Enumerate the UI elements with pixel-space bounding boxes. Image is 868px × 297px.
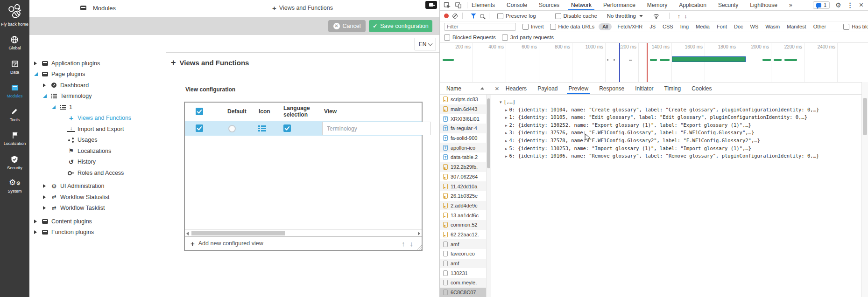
tab-lighthouse[interactable]: Lighthouse <box>750 0 777 10</box>
disclosure-triangle-icon[interactable]: ▸ <box>505 123 508 128</box>
tab-elements[interactable]: Elements <box>472 0 495 10</box>
sidebar-item-global[interactable]: Global <box>8 35 21 51</box>
tree-expand-arrow[interactable] <box>34 230 41 234</box>
checkbox-icon[interactable] <box>497 13 503 19</box>
scroll-left-arrow-icon[interactable] <box>186 232 189 235</box>
tree-expand-arrow[interactable] <box>34 220 41 223</box>
third-party-requests-checkbox[interactable]: 3rd-party requests <box>502 35 554 41</box>
disclosure-triangle-icon[interactable]: ▸ <box>505 154 508 159</box>
tree-expand-arrow[interactable] <box>34 62 41 65</box>
view-name-input[interactable] <box>322 122 431 135</box>
json-preview-line[interactable]: ▸6: {identity: 10106, name: "Remove glos… <box>491 152 861 160</box>
language-dropdown[interactable]: EN <box>415 38 436 50</box>
filter-chip[interactable]: JS <box>649 24 656 29</box>
console-messages-badge[interactable]: 1 <box>813 1 830 9</box>
hide-data-urls-checkbox[interactable]: Hide data URLs <box>550 24 595 30</box>
filter-input[interactable] <box>444 23 516 31</box>
settings-gear-icon[interactable]: ⚙ <box>835 2 841 8</box>
disclosure-triangle-icon[interactable]: ▸ <box>505 146 508 151</box>
request-row[interactable]: 13.aa1dcf6c <box>440 210 491 220</box>
scrollbar-thumb[interactable] <box>191 231 285 235</box>
request-row[interactable]: fa-regular-4 <box>440 124 491 133</box>
clear-network-log-icon[interactable] <box>452 14 458 19</box>
inspect-element-icon[interactable] <box>444 2 451 9</box>
tree-item[interactable]: History <box>29 157 166 168</box>
request-row[interactable]: 192.2b29fb. <box>440 162 491 172</box>
filter-chip[interactable]: Manifest <box>787 24 806 29</box>
tab-preview[interactable]: Preview <box>569 83 589 94</box>
request-row[interactable]: main.6d443 <box>440 104 491 114</box>
sidebar-item-tools[interactable]: Tools <box>10 107 20 123</box>
move-down-arrow-icon[interactable]: ↓ <box>410 240 414 248</box>
tree-item[interactable]: Views and Functions <box>29 113 166 124</box>
tab-initiator[interactable]: Initiator <box>635 83 653 94</box>
record-button-icon[interactable] <box>444 14 449 18</box>
icon-picker-grid-icon[interactable] <box>258 125 266 131</box>
request-row[interactable]: XRXI3I6Li01 <box>440 114 491 124</box>
search-icon[interactable] <box>480 14 484 18</box>
tab-payload[interactable]: Payload <box>537 83 557 94</box>
request-row[interactable]: favicon.ico <box>440 249 491 259</box>
disclosure-triangle-icon[interactable]: ▸ <box>505 138 508 143</box>
filter-chip[interactable]: WS <box>750 24 759 29</box>
disclosure-triangle-icon[interactable]: ▸ <box>505 115 508 120</box>
tree-item[interactable]: Dashboard <box>29 80 166 91</box>
blocked-requests-checkbox[interactable]: Blocked Requests <box>444 35 496 41</box>
save-configuration-button[interactable]: ✓ Save configuration <box>369 20 432 32</box>
tree-item[interactable]: Workflow Statuslist <box>29 192 166 203</box>
tree-expand-arrow[interactable] <box>34 72 41 76</box>
more-tabs-chevron-icon[interactable]: » <box>789 0 792 10</box>
tree-expand-arrow[interactable] <box>43 83 50 87</box>
tab-application[interactable]: Application <box>679 0 706 10</box>
resize-handle[interactable] <box>416 245 422 250</box>
disclosure-triangle-icon[interactable]: ▸ <box>505 131 508 135</box>
tree-item[interactable]: Workflow Tasklist <box>29 203 166 214</box>
sidebar-item-home[interactable]: Fly back home <box>1 3 28 27</box>
tab-memory[interactable]: Memory <box>647 0 667 10</box>
request-row[interactable]: com.meyle. <box>440 278 491 288</box>
json-preview-line[interactable]: ▸2: {identity: 130252, name: "Export glo… <box>491 122 861 130</box>
tab-performance[interactable]: Performance <box>603 0 635 10</box>
scrollbar-thumb[interactable] <box>863 98 867 135</box>
tree-expand-arrow[interactable] <box>43 94 50 98</box>
tree-item[interactable]: Function plugins <box>29 227 166 238</box>
tree-item[interactable]: Terminology <box>29 91 166 102</box>
tab-response[interactable]: Response <box>599 83 624 94</box>
filter-chip[interactable]: Media <box>696 24 710 29</box>
close-details-icon[interactable]: × <box>495 84 499 92</box>
tree-item[interactable]: Usages <box>29 135 166 146</box>
default-radio[interactable] <box>228 125 236 132</box>
request-row[interactable]: fa-solid-900 <box>440 133 491 143</box>
tree-item[interactable]: Roles and Access <box>29 167 166 179</box>
checkbox-icon[interactable] <box>843 24 849 30</box>
preserve-log-checkbox[interactable]: Preserve log <box>497 13 536 19</box>
tab-timing[interactable]: Timing <box>664 83 681 94</box>
tree-expand-arrow[interactable] <box>52 105 59 109</box>
filter-chip[interactable]: Doc <box>734 24 743 29</box>
tree-item[interactable]: Application plugins <box>29 58 166 69</box>
device-toolbar-icon[interactable] <box>455 2 462 9</box>
row-checkbox[interactable] <box>196 124 203 132</box>
tree-expand-arrow[interactable] <box>43 195 50 199</box>
network-overview-timeline[interactable]: 200 ms400 ms600 ms800 ms1000 ms1200 ms14… <box>440 43 868 84</box>
scrollbar-thumb[interactable] <box>487 98 490 168</box>
request-row[interactable]: 62.22aac12. <box>440 230 491 240</box>
filter-chip[interactable]: CSS <box>663 24 673 29</box>
tab-console[interactable]: Console <box>507 0 527 10</box>
sidebar-item-localization[interactable]: Localization <box>4 131 26 146</box>
checkbox-icon[interactable] <box>522 24 529 30</box>
filter-chip[interactable]: Wasm <box>765 24 780 29</box>
tree-item[interactable]: 1 <box>29 102 166 113</box>
checkbox-icon[interactable] <box>502 35 508 41</box>
table-row[interactable] <box>185 121 422 136</box>
export-har-icon[interactable]: ↓ <box>684 13 687 20</box>
request-row[interactable]: 11.42dd10a <box>440 181 491 191</box>
sidebar-item-security[interactable]: Security <box>7 155 22 171</box>
request-row[interactable]: apollon-ico <box>440 143 491 152</box>
request-row[interactable]: 26.1b0325e <box>440 191 491 201</box>
cancel-button[interactable]: ✕ Cancel <box>328 20 366 32</box>
throttling-dropdown[interactable]: No throttling <box>607 13 643 19</box>
network-conditions-icon[interactable] <box>653 13 660 19</box>
filter-chip[interactable]: Fetch/XHR <box>617 24 642 29</box>
request-row[interactable]: 2.add4de9c <box>440 201 491 211</box>
